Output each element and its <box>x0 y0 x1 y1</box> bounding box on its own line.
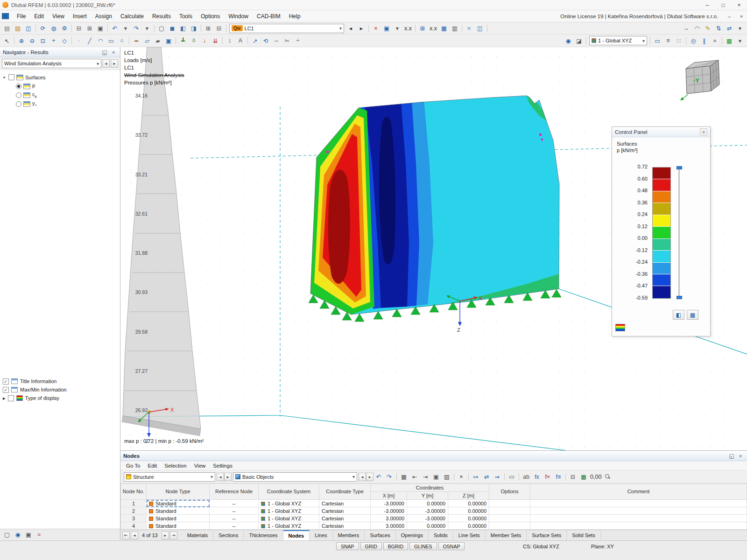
menu-item[interactable]: Window <box>224 10 253 22</box>
member-tool-icon[interactable]: ━ <box>131 35 141 46</box>
table-redo-icon[interactable]: ↷ <box>384 472 395 482</box>
table-export-icon[interactable]: ⇥ <box>420 472 430 482</box>
trim-icon[interactable]: ✂ <box>282 35 292 46</box>
bottom-tab[interactable]: Solids <box>429 530 453 540</box>
show-results-icon[interactable]: ▣ <box>381 23 392 34</box>
prev-table-button[interactable]: ◂ <box>217 473 224 481</box>
cell-node-no[interactable]: 4 <box>121 522 147 530</box>
cell-node-type[interactable]: Standard <box>147 522 210 530</box>
cell-y[interactable]: -3.00000 <box>407 507 448 515</box>
menu-item[interactable]: Tools <box>175 10 197 22</box>
bottom-tab[interactable]: Thicknesses <box>244 530 283 540</box>
zoom-in-icon[interactable]: ⊕ <box>16 35 27 46</box>
bottom-tab[interactable]: Line Sets <box>453 530 486 540</box>
cell-y[interactable]: 0.00000 <box>407 522 448 530</box>
menu-item[interactable]: Help <box>285 10 305 22</box>
print-table-icon[interactable]: ⊟ <box>568 472 578 482</box>
menu-item[interactable]: View <box>48 10 69 22</box>
web-service-icon[interactable]: ◍ <box>49 23 59 34</box>
expander-icon[interactable]: ▸ <box>3 395 6 401</box>
camera-icon[interactable]: ▣ <box>23 530 34 540</box>
formula-icon[interactable]: fx <box>532 472 542 482</box>
nodes-menu-item[interactable]: Selection <box>161 463 190 469</box>
next-result-button[interactable]: ▸ <box>111 59 118 68</box>
cell-options[interactable] <box>489 507 530 515</box>
arc-tool-icon[interactable]: ◠ <box>95 35 106 46</box>
bottom-tab[interactable]: Solid Sets <box>567 530 601 540</box>
col-header-coordinates[interactable]: Coordinates <box>371 484 489 492</box>
panel-options-button[interactable]: ▦ <box>687 310 698 320</box>
col-header-coordinate-type[interactable]: Coordinate Type <box>319 484 371 500</box>
result-display-icon[interactable] <box>615 324 625 331</box>
cell-coordinate-system[interactable]: 1 - Global XYZ <box>259 522 319 530</box>
cell-comment[interactable] <box>530 507 747 515</box>
cell-comment[interactable] <box>530 515 747 522</box>
cell-node-no[interactable]: 3 <box>121 515 147 522</box>
measure-icon[interactable]: ↔ <box>681 23 691 34</box>
print-graphic-icon[interactable]: ⊞ <box>85 23 95 34</box>
results-dropdown-icon[interactable]: ▾ <box>392 23 402 34</box>
first-table-icon[interactable]: ⇤ <box>122 532 130 539</box>
redo-icon[interactable]: ↷ <box>131 23 141 34</box>
app-menu-icon[interactable] <box>2 13 9 19</box>
render-transparent-icon[interactable]: ◨ <box>189 23 199 34</box>
cell-comment[interactable] <box>530 500 747 507</box>
cell-options[interactable] <box>489 522 530 530</box>
checkbox-unchecked[interactable] <box>8 395 14 401</box>
cell-reference-node[interactable]: -- <box>210 515 259 522</box>
bottom-tab[interactable]: Openings <box>396 530 429 540</box>
cell-x[interactable]: 3.00000 <box>371 515 407 522</box>
table-group-combo[interactable]: Structure ▾ <box>124 472 215 482</box>
line-tool-icon[interactable]: ╱ <box>85 35 95 46</box>
tree-item-yplus[interactable]: y+ <box>16 99 118 108</box>
menu-item[interactable]: Calculate <box>116 10 148 22</box>
calculation-values-icon[interactable]: x.x <box>428 23 438 34</box>
result-values-icon[interactable]: x.x <box>403 23 413 34</box>
render-solid-icon[interactable]: ◼ <box>167 23 177 34</box>
col-header-node-no[interactable]: Node No. <box>121 484 147 500</box>
col-header-options[interactable]: Options <box>489 484 530 500</box>
clipping-box-icon[interactable]: ◪ <box>574 35 584 46</box>
jump-to-icon[interactable]: ⇒ <box>492 472 502 482</box>
radio-cp[interactable] <box>16 92 21 98</box>
snap-toggle[interactable]: SNAP <box>336 542 359 550</box>
search-icon[interactable] <box>602 472 613 482</box>
cell-options[interactable] <box>489 500 530 507</box>
next-category-button[interactable]: ▸ <box>366 473 374 481</box>
excel-export-icon[interactable]: ▦ <box>578 472 589 482</box>
exchange-rows-icon[interactable]: ⇄ <box>481 472 492 482</box>
snap-toggle[interactable]: GLINES <box>409 542 437 550</box>
toolbar-overflow-icon[interactable]: » <box>710 35 720 46</box>
option-type-of-display[interactable]: ▸ Type of display <box>3 394 67 402</box>
nodes-menu-item[interactable]: View <box>190 463 210 469</box>
cell-coordinate-type[interactable]: Cartesian <box>319 515 371 522</box>
rotate-icon[interactable]: ⟲ <box>261 35 271 46</box>
move-icon[interactable]: ↗ <box>250 35 260 46</box>
cell-coordinate-system[interactable]: 1 - Global XYZ <box>259 515 319 522</box>
insert-row-icon[interactable]: ↦ <box>471 472 481 482</box>
formula-chart-icon[interactable]: f≡ <box>553 472 564 482</box>
bottom-tab[interactable]: Surface Sets <box>527 530 567 540</box>
cell-y[interactable]: -3.00000 <box>407 515 448 522</box>
cell-node-no[interactable]: 1 <box>121 500 147 507</box>
undo-dropdown-icon[interactable]: ▾ <box>120 23 131 34</box>
radio-p[interactable] <box>16 84 21 89</box>
building-pressure-plot[interactable] <box>307 94 562 318</box>
cell-node-type[interactable]: Standard <box>147 500 210 507</box>
bottom-tab[interactable]: Surfaces <box>365 530 395 540</box>
guidelines-icon[interactable]: ∥ <box>699 35 709 46</box>
bottom-tab[interactable]: Materials <box>182 530 214 540</box>
divide-icon[interactable]: ÷ <box>293 35 303 46</box>
table-import-icon[interactable]: ⇤ <box>409 472 420 482</box>
col-header-coordinate-system[interactable]: Coordinate System <box>259 484 319 500</box>
nodes-menu-item[interactable]: Edit <box>144 463 161 469</box>
zoom-window-icon[interactable]: ⊡ <box>38 35 48 46</box>
render-wireframe-icon[interactable]: ▢ <box>156 23 167 34</box>
nodes-menu-item[interactable]: Settings <box>209 463 236 469</box>
delete-row-icon[interactable]: × <box>456 472 466 482</box>
menu-item[interactable]: CAD-BIM <box>253 10 285 22</box>
cell-z[interactable]: 0.00000 <box>448 507 489 515</box>
result-diagram-icon[interactable]: ≈ <box>34 530 44 540</box>
coordinate-system-combo[interactable]: 1 - Global XYZ ▾ <box>589 36 647 45</box>
cell-z[interactable]: 0.00000 <box>448 515 489 522</box>
